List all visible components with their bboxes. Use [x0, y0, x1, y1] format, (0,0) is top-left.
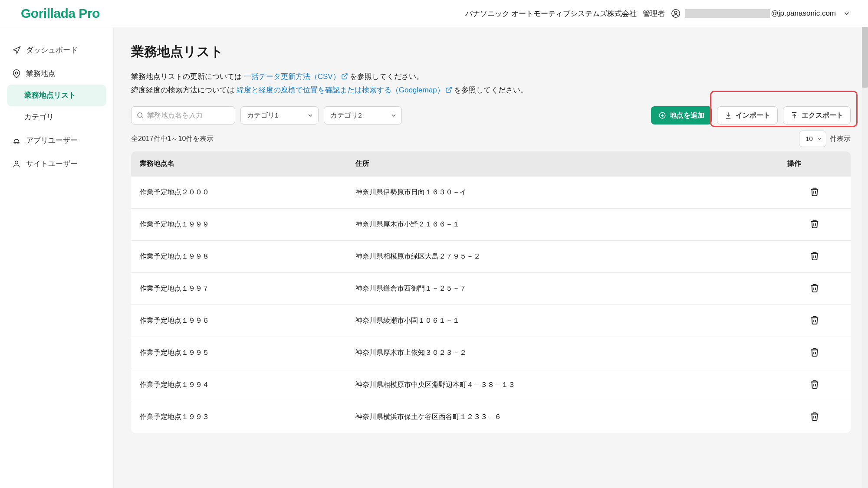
- sidebar-item-site-user[interactable]: サイトユーザー: [7, 153, 106, 175]
- controls-row: カテゴリ1 カテゴリ2 地点を追加 インポート エクスポート: [131, 106, 851, 124]
- user-menu[interactable]: @jp.panasonic.com: [671, 9, 851, 18]
- sidebar-item-dashboard[interactable]: ダッシュボード: [7, 39, 106, 61]
- add-location-button[interactable]: 地点を追加: [651, 106, 712, 124]
- scrollbar-thumb[interactable]: [862, 27, 868, 88]
- chevron-down-icon: [843, 10, 851, 17]
- cell-address: 神奈川県厚木市上依知３０２３－２: [347, 337, 779, 369]
- cell-address: 神奈川県綾瀬市小園１０６１－１: [347, 305, 779, 337]
- cell-action: [779, 273, 851, 305]
- cell-name: 作業予定地点１９９９: [131, 209, 347, 241]
- delete-button[interactable]: [808, 410, 821, 424]
- scrollbar[interactable]: [862, 27, 868, 488]
- cell-name: 作業予定地点１９９３: [131, 401, 347, 433]
- delete-button[interactable]: [808, 217, 821, 232]
- external-link-icon: [341, 73, 348, 80]
- help-text-1-pre: 業務地点リストの更新については: [131, 72, 244, 81]
- cell-action: [779, 209, 851, 241]
- page-size-suffix: 件表示: [830, 134, 851, 144]
- cell-action: [779, 401, 851, 433]
- upload-icon: [790, 111, 798, 119]
- delete-button[interactable]: [808, 346, 821, 360]
- header: Gorillada Pro パナソニック オートモーティブシステムズ株式会社 管…: [0, 0, 868, 27]
- sidebar-label: 業務地点: [26, 69, 56, 79]
- cell-address: 神奈川県伊勢原市日向１６３０－イ: [347, 177, 779, 209]
- delete-button[interactable]: [808, 282, 821, 296]
- delete-button[interactable]: [808, 249, 821, 264]
- chevron-down-icon: [307, 112, 314, 119]
- help-text-1-post: を参照してください。: [350, 72, 424, 81]
- trash-icon: [810, 187, 819, 197]
- sidebar-label: サイトユーザー: [26, 159, 78, 169]
- plus-circle-icon: [658, 111, 666, 119]
- svg-point-5: [15, 161, 18, 164]
- trash-icon: [810, 251, 819, 261]
- th-address: 住所: [347, 151, 779, 177]
- cell-address: 神奈川県相模原市中央区淵野辺本町４－３８－１３: [347, 369, 779, 401]
- external-link-icon: [445, 86, 452, 93]
- page-size-value: 10: [806, 135, 813, 143]
- cell-action: [779, 369, 851, 401]
- sidebar: ダッシュボード 業務地点 業務地点リスト カテゴリ アプリユーザー: [0, 27, 114, 488]
- cell-name: 作業予定地点２０００: [131, 177, 347, 209]
- delete-button[interactable]: [808, 378, 821, 392]
- sidebar-item-locations[interactable]: 業務地点: [7, 63, 106, 85]
- export-button[interactable]: エクスポート: [783, 106, 851, 124]
- table-row: 作業予定地点１９９５神奈川県厚木市上依知３０２３－２: [131, 337, 851, 369]
- sidebar-item-location-list[interactable]: 業務地点リスト: [7, 85, 106, 106]
- cell-action: [779, 337, 851, 369]
- cell-address: 神奈川県相模原市緑区大島２７９５－２: [347, 241, 779, 273]
- person-icon: [12, 160, 21, 168]
- cell-address: 神奈川県厚木市小野２１６６－１: [347, 209, 779, 241]
- trash-icon: [810, 315, 819, 325]
- trash-icon: [810, 283, 819, 293]
- sidebar-label: アプリユーザー: [26, 136, 78, 145]
- brand-logo[interactable]: Gorillada Pro: [21, 6, 100, 21]
- button-label: エクスポート: [802, 111, 843, 120]
- search-icon: [136, 111, 144, 119]
- table-row: 作業予定地点１９９４神奈川県相模原市中央区淵野辺本町４－３８－１３: [131, 369, 851, 401]
- svg-point-3: [14, 142, 16, 144]
- svg-point-1: [675, 11, 677, 14]
- import-export-group: インポート エクスポート: [717, 106, 851, 124]
- select-category2[interactable]: カテゴリ2: [324, 106, 402, 124]
- button-label: インポート: [736, 111, 770, 120]
- cell-name: 作業予定地点１９９７: [131, 273, 347, 305]
- th-action: 操作: [779, 151, 851, 177]
- cell-name: 作業予定地点１９９８: [131, 241, 347, 273]
- user-icon: [671, 9, 681, 18]
- button-label: 地点を追加: [670, 111, 704, 120]
- svg-point-4: [17, 142, 19, 144]
- cell-address: 神奈川県横浜市保土ケ谷区西谷町１２３３－６: [347, 401, 779, 433]
- cell-action: [779, 305, 851, 337]
- import-button[interactable]: インポート: [717, 106, 778, 124]
- cell-address: 神奈川県鎌倉市西御門１－２５－７: [347, 273, 779, 305]
- link-csv-update[interactable]: 一括データ更新方法（CSV）: [244, 72, 348, 81]
- trash-icon: [810, 347, 819, 357]
- user-role: 管理者: [643, 9, 665, 19]
- cell-name: 作業予定地点１９９４: [131, 369, 347, 401]
- svg-point-6: [138, 113, 142, 118]
- count-row: 全2017件中1～10件を表示 10 件表示: [131, 131, 851, 147]
- table-row: 作業予定地点１９９７神奈川県鎌倉市西御門１－２５－７: [131, 273, 851, 305]
- svg-point-2: [16, 72, 18, 74]
- email-domain: @jp.panasonic.com: [771, 9, 836, 18]
- delete-button[interactable]: [808, 314, 821, 328]
- trash-icon: [810, 380, 819, 389]
- link-googlemap[interactable]: 緯度と経度の座標で位置を確認または検索する（Googlemap）: [237, 86, 452, 94]
- chevron-down-icon: [816, 136, 822, 142]
- cell-name: 作業予定地点１９９６: [131, 305, 347, 337]
- sidebar-item-category[interactable]: カテゴリ: [7, 106, 106, 128]
- select-value: カテゴリ2: [330, 111, 362, 120]
- trash-icon: [810, 412, 819, 421]
- sidebar-label: ダッシュボード: [26, 46, 78, 55]
- download-icon: [724, 111, 732, 119]
- search-input[interactable]: [131, 106, 235, 124]
- cell-action: [779, 241, 851, 273]
- page-size-select[interactable]: 10: [799, 131, 826, 147]
- sidebar-item-app-user[interactable]: アプリユーザー: [7, 130, 106, 151]
- select-category1[interactable]: カテゴリ1: [240, 106, 319, 124]
- th-name: 業務地点名: [131, 151, 347, 177]
- header-right: パナソニック オートモーティブシステムズ株式会社 管理者 @jp.panason…: [465, 9, 851, 19]
- delete-button[interactable]: [808, 185, 821, 200]
- company-name: パナソニック オートモーティブシステムズ株式会社: [465, 9, 637, 19]
